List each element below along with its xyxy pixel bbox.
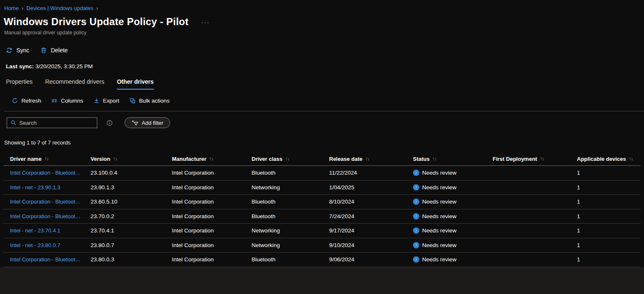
refresh-button[interactable]: Refresh [12,98,41,104]
sort-icon: ↑↓ [286,156,290,161]
status-text: Needs review [422,199,457,205]
columns-button[interactable]: Columns [51,98,83,104]
driver-name-link[interactable]: Intel - net - 23.90.1.3 [10,184,60,191]
columns-icon [51,98,57,104]
column-header-driver-name[interactable]: Driver name↑↓ [3,156,84,162]
driver-name-cell: Intel Corporation - Bluetoot… [3,213,84,219]
footer-area [0,267,644,294]
status-cell: ↑Needs review [406,213,486,219]
driver-name-link[interactable]: Intel Corporation - Bluetoot… [10,199,80,205]
export-label: Export [103,98,119,104]
applicable-devices-cell: 1 [570,170,641,176]
sort-icon: ↑↓ [433,156,437,161]
sort-icon: ↑↓ [44,156,49,161]
column-label: Manufacturer [172,156,206,162]
sync-button[interactable]: Sync [6,47,29,54]
column-header-applicable-devices[interactable]: Applicable devices↑↓ [570,156,641,162]
search-box[interactable] [7,117,97,128]
drivers-table: Driver name↑↓Version↑↓Manufacturer↑↓Driv… [3,152,641,267]
table-row: Intel Corporation - Bluetoot…23.60.5.10I… [3,195,641,209]
version-cell: 23.80.0.7 [84,242,165,248]
columns-label: Columns [61,98,83,104]
column-header-version[interactable]: Version↑↓ [84,156,165,162]
status-text: Needs review [422,227,457,234]
table-header-row: Driver name↑↓Version↑↓Manufacturer↑↓Driv… [3,152,641,166]
driver-name-cell: Intel - net - 23.70.4.1 [3,227,84,234]
release-date-cell: 9/10/2024 [322,242,406,248]
sort-icon: ↑↓ [540,156,544,161]
needs-review-icon: ↑ [413,213,419,219]
status-cell: ↑Needs review [406,170,486,176]
driver-name-link[interactable]: Intel - net - 23.80.0.7 [10,242,60,248]
status-text: Needs review [422,256,457,263]
more-actions-icon[interactable]: ··· [200,18,212,26]
table-body: Intel Corporation - Bluetoot…23.100.0.4I… [3,166,641,267]
column-label: Driver class [252,156,283,162]
driver-name-cell: Intel Corporation - Bluetoot… [3,256,84,263]
tab-properties[interactable]: Properties [6,78,33,90]
sort-icon: ↑↓ [366,156,370,161]
table-toolbar: Refresh Columns Export Bulk actions [12,98,644,104]
status-cell: ↑Needs review [406,227,486,234]
column-header-manufacturer[interactable]: Manufacturer↑↓ [165,156,245,162]
delete-button[interactable]: Delete [40,47,68,54]
breadcrumb: Home › Devices | Windows updates › [0,0,644,11]
column-header-release-date[interactable]: Release date↑↓ [322,156,406,162]
status-text: Needs review [422,170,457,176]
breadcrumb-link-home[interactable]: Home [4,5,19,11]
search-icon [10,120,16,126]
driver-name-link[interactable]: Intel Corporation - Bluetoot… [10,213,80,219]
tab-other-drivers[interactable]: Other drivers [117,78,154,90]
column-header-status[interactable]: Status↑↓ [406,156,486,162]
column-label: Applicable devices [577,156,626,162]
needs-review-icon: ↑ [413,184,419,191]
applicable-devices-cell: 1 [570,256,641,263]
driver-class-cell: Networking [245,227,322,234]
driver-class-cell: Networking [245,242,322,248]
manufacturer-cell: Intel Corporation [165,242,245,248]
version-cell: 23.60.5.10 [84,199,165,205]
table-row: Intel Corporation - Bluetoot…23.70.0.2In… [3,209,641,224]
tab-recommended-drivers[interactable]: Recommended drivers [45,78,104,90]
column-label: Version [91,156,110,162]
needs-review-icon: ↑ [413,256,419,263]
version-cell: 23.90.1.3 [84,184,165,191]
table-row: Intel - net - 23.90.1.323.90.1.3Intel Co… [3,181,641,195]
applicable-devices-cell: 1 [570,184,641,191]
tab-bar: Properties Recommended drivers Other dri… [6,78,644,90]
search-input[interactable] [19,120,93,126]
applicable-devices-cell: 1 [570,199,641,205]
driver-name-cell: Intel Corporation - Bluetoot… [3,170,84,176]
table-row: Intel - net - 23.80.0.723.80.0.7Intel Co… [3,238,641,253]
needs-review-icon: ↑ [413,227,419,234]
export-button[interactable]: Export [93,98,119,104]
refresh-label: Refresh [21,98,41,104]
status-cell: ↑Needs review [406,256,486,263]
needs-review-icon: ↑ [413,199,419,205]
manufacturer-cell: Intel Corporation [165,227,245,234]
bulk-actions-icon [130,98,136,104]
bulk-actions-button[interactable]: Bulk actions [130,98,170,104]
breadcrumb-link-devices-windows-updates[interactable]: Devices | Windows updates [26,5,93,11]
release-date-cell: 11/22/2024 [322,170,406,176]
driver-name-link[interactable]: Intel - net - 23.70.4.1 [10,227,60,234]
add-filter-label: Add filter [142,120,163,126]
release-date-cell: 1/04/2025 [322,184,406,191]
driver-class-cell: Bluetooth [245,256,322,263]
chevron-right-icon: › [22,5,23,11]
version-cell: 23.70.0.2 [84,213,165,219]
column-header-driver-class[interactable]: Driver class↑↓ [245,156,322,162]
driver-name-cell: Intel Corporation - Bluetoot… [3,199,84,205]
page-subtitle: Manual approval driver update policy [4,30,644,36]
driver-name-link[interactable]: Intel Corporation - Bluetoot… [10,170,80,176]
status-text: Needs review [422,213,457,219]
driver-name-link[interactable]: Intel Corporation - Bluetoot… [10,256,80,263]
needs-review-icon: ↑ [413,170,419,176]
applicable-devices-cell: 1 [570,242,641,248]
table-row: Intel Corporation - Bluetoot…23.80.0.3In… [3,253,641,267]
add-filter-button[interactable]: Add filter [125,117,170,128]
release-date-cell: 7/24/2024 [322,213,406,219]
info-icon[interactable] [106,120,113,126]
status-cell: ↑Needs review [406,199,486,205]
column-header-first-deployment[interactable]: First Deployment↑↓ [486,156,570,162]
